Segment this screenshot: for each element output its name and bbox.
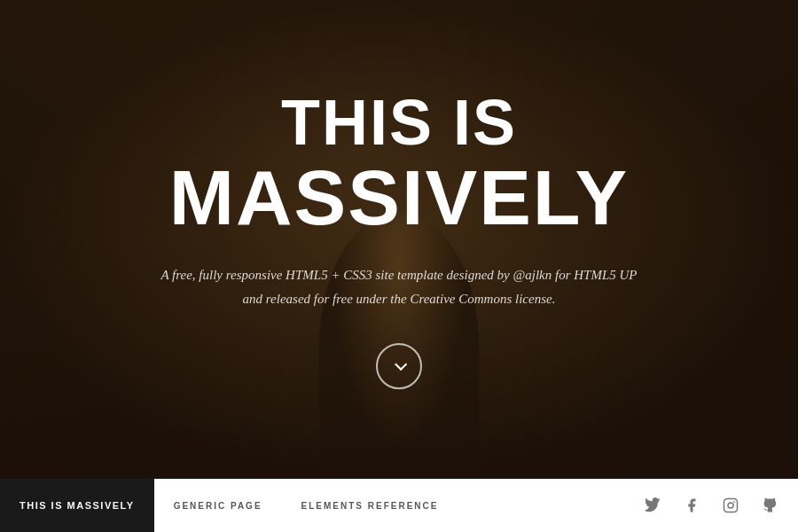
nav-brand[interactable]: THIS IS MASSIVELY xyxy=(0,479,154,532)
svg-rect-0 xyxy=(724,499,738,512)
hero-subtitle: A free, fully responsive HTML5 + CSS3 si… xyxy=(160,263,637,311)
hero-title-line1: THIS IS xyxy=(160,90,637,157)
arrow-down-icon xyxy=(395,358,407,371)
svg-point-2 xyxy=(733,501,735,503)
hero-title-line2: MASSIVELY xyxy=(160,157,637,239)
nav-links: GENERIC PAGE ELEMENTS REFERENCE xyxy=(154,479,624,532)
twitter-icon[interactable] xyxy=(635,488,670,523)
instagram-icon[interactable] xyxy=(713,488,748,523)
scroll-down-button[interactable] xyxy=(376,343,422,389)
facebook-icon[interactable] xyxy=(674,488,709,523)
github-icon[interactable] xyxy=(752,488,787,523)
nav-link-elements-reference[interactable]: ELEMENTS REFERENCE xyxy=(282,479,458,532)
nav-social xyxy=(624,479,798,532)
hero-section: THIS IS MASSIVELY A free, fully responsi… xyxy=(0,0,798,479)
svg-point-1 xyxy=(728,503,733,508)
hero-content: THIS IS MASSIVELY A free, fully responsi… xyxy=(125,90,672,389)
navbar: THIS IS MASSIVELY GENERIC PAGE ELEMENTS … xyxy=(0,479,798,532)
hero-title: THIS IS MASSIVELY xyxy=(160,90,637,239)
nav-link-generic-page[interactable]: GENERIC PAGE xyxy=(154,479,282,532)
